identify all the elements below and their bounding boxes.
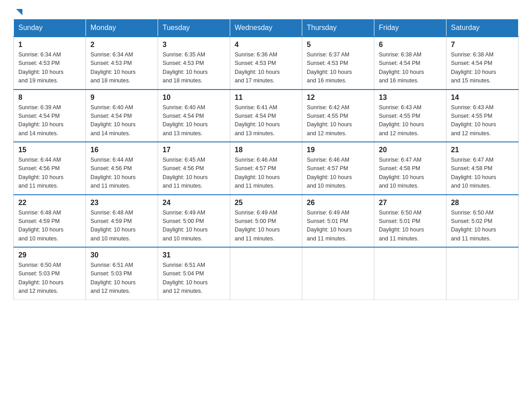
calendar-cell: 17 Sunrise: 6:45 AM Sunset: 4:56 PM Dayl… <box>158 142 230 195</box>
page-header <box>13 9 519 14</box>
day-number: 5 <box>307 41 369 49</box>
day-number: 17 <box>163 146 225 154</box>
day-info: Sunrise: 6:50 AM Sunset: 5:02 PM Dayligh… <box>451 209 514 244</box>
day-info: Sunrise: 6:40 AM Sunset: 4:54 PM Dayligh… <box>163 103 225 138</box>
calendar-cell: 25 Sunrise: 6:49 AM Sunset: 5:00 PM Dayl… <box>230 195 302 248</box>
calendar-cell: 6 Sunrise: 6:38 AM Sunset: 4:54 PM Dayli… <box>374 37 446 90</box>
day-info: Sunrise: 6:42 AM Sunset: 4:55 PM Dayligh… <box>307 103 369 138</box>
day-info: Sunrise: 6:43 AM Sunset: 4:55 PM Dayligh… <box>451 103 514 138</box>
calendar-cell: 5 Sunrise: 6:37 AM Sunset: 4:53 PM Dayli… <box>302 37 374 90</box>
day-number: 12 <box>307 94 369 102</box>
day-info: Sunrise: 6:34 AM Sunset: 4:53 PM Dayligh… <box>90 51 153 86</box>
calendar-cell: 13 Sunrise: 6:43 AM Sunset: 4:55 PM Dayl… <box>374 90 446 142</box>
calendar-cell: 3 Sunrise: 6:35 AM Sunset: 4:53 PM Dayli… <box>158 37 230 90</box>
calendar-cell: 2 Sunrise: 6:34 AM Sunset: 4:53 PM Dayli… <box>86 37 158 90</box>
day-number: 14 <box>451 94 514 102</box>
day-number: 20 <box>379 146 442 154</box>
header-tuesday: Tuesday <box>158 19 230 37</box>
calendar-cell: 23 Sunrise: 6:48 AM Sunset: 4:59 PM Dayl… <box>86 195 158 248</box>
day-info: Sunrise: 6:51 AM Sunset: 5:03 PM Dayligh… <box>90 261 153 296</box>
day-number: 22 <box>18 199 81 207</box>
header-friday: Friday <box>374 19 446 37</box>
day-info: Sunrise: 6:49 AM Sunset: 5:00 PM Dayligh… <box>163 209 225 244</box>
calendar-cell: 10 Sunrise: 6:40 AM Sunset: 4:54 PM Dayl… <box>158 90 230 142</box>
calendar-cell: 31 Sunrise: 6:51 AM Sunset: 5:04 PM Dayl… <box>158 247 230 300</box>
calendar-week-4: 22 Sunrise: 6:48 AM Sunset: 4:59 PM Dayl… <box>14 195 519 248</box>
day-info: Sunrise: 6:50 AM Sunset: 5:03 PM Dayligh… <box>18 261 81 296</box>
calendar-cell: 8 Sunrise: 6:39 AM Sunset: 4:54 PM Dayli… <box>14 90 86 142</box>
day-info: Sunrise: 6:44 AM Sunset: 4:56 PM Dayligh… <box>18 156 81 191</box>
calendar-cell: 20 Sunrise: 6:47 AM Sunset: 4:58 PM Dayl… <box>374 142 446 195</box>
day-number: 23 <box>90 199 153 207</box>
calendar-cell: 22 Sunrise: 6:48 AM Sunset: 4:59 PM Dayl… <box>14 195 86 248</box>
day-number: 16 <box>90 146 153 154</box>
calendar-cell: 14 Sunrise: 6:43 AM Sunset: 4:55 PM Dayl… <box>446 90 519 142</box>
day-number: 7 <box>451 41 514 49</box>
calendar-cell: 19 Sunrise: 6:46 AM Sunset: 4:57 PM Dayl… <box>302 142 374 195</box>
day-number: 4 <box>235 41 297 49</box>
day-info: Sunrise: 6:38 AM Sunset: 4:54 PM Dayligh… <box>379 51 442 86</box>
calendar-cell: 12 Sunrise: 6:42 AM Sunset: 4:55 PM Dayl… <box>302 90 374 142</box>
day-number: 11 <box>235 94 297 102</box>
calendar-cell: 16 Sunrise: 6:44 AM Sunset: 4:56 PM Dayl… <box>86 142 158 195</box>
calendar-cell: 4 Sunrise: 6:36 AM Sunset: 4:53 PM Dayli… <box>230 37 302 90</box>
header-monday: Monday <box>86 19 158 37</box>
calendar-cell: 30 Sunrise: 6:51 AM Sunset: 5:03 PM Dayl… <box>86 247 158 300</box>
day-info: Sunrise: 6:40 AM Sunset: 4:54 PM Dayligh… <box>90 103 153 138</box>
day-number: 6 <box>379 41 442 49</box>
day-info: Sunrise: 6:46 AM Sunset: 4:57 PM Dayligh… <box>307 156 369 191</box>
calendar-cell: 7 Sunrise: 6:38 AM Sunset: 4:54 PM Dayli… <box>446 37 519 90</box>
day-number: 10 <box>163 94 225 102</box>
calendar-cell <box>374 247 446 300</box>
day-info: Sunrise: 6:41 AM Sunset: 4:54 PM Dayligh… <box>235 103 297 138</box>
day-number: 18 <box>235 146 297 154</box>
logo <box>13 9 24 14</box>
day-info: Sunrise: 6:47 AM Sunset: 4:58 PM Dayligh… <box>451 156 514 191</box>
day-info: Sunrise: 6:43 AM Sunset: 4:55 PM Dayligh… <box>379 103 442 138</box>
day-info: Sunrise: 6:47 AM Sunset: 4:58 PM Dayligh… <box>379 156 442 191</box>
day-number: 15 <box>18 146 81 154</box>
calendar-week-1: 1 Sunrise: 6:34 AM Sunset: 4:53 PM Dayli… <box>14 37 519 90</box>
day-info: Sunrise: 6:48 AM Sunset: 4:59 PM Dayligh… <box>90 209 153 244</box>
calendar-cell: 18 Sunrise: 6:46 AM Sunset: 4:57 PM Dayl… <box>230 142 302 195</box>
day-number: 24 <box>163 199 225 207</box>
header-thursday: Thursday <box>302 19 374 37</box>
day-number: 1 <box>18 41 81 49</box>
calendar-cell: 24 Sunrise: 6:49 AM Sunset: 5:00 PM Dayl… <box>158 195 230 248</box>
day-info: Sunrise: 6:46 AM Sunset: 4:57 PM Dayligh… <box>235 156 297 191</box>
day-number: 19 <box>307 146 369 154</box>
day-info: Sunrise: 6:50 AM Sunset: 5:01 PM Dayligh… <box>379 209 442 244</box>
day-number: 3 <box>163 41 225 49</box>
calendar-cell: 11 Sunrise: 6:41 AM Sunset: 4:54 PM Dayl… <box>230 90 302 142</box>
calendar-cell: 26 Sunrise: 6:49 AM Sunset: 5:01 PM Dayl… <box>302 195 374 248</box>
calendar-week-2: 8 Sunrise: 6:39 AM Sunset: 4:54 PM Dayli… <box>14 90 519 142</box>
logo-arrow-icon <box>14 7 24 17</box>
day-number: 29 <box>18 251 81 259</box>
calendar-cell: 1 Sunrise: 6:34 AM Sunset: 4:53 PM Dayli… <box>14 37 86 90</box>
calendar-cell: 21 Sunrise: 6:47 AM Sunset: 4:58 PM Dayl… <box>446 142 519 195</box>
calendar-cell <box>302 247 374 300</box>
day-info: Sunrise: 6:34 AM Sunset: 4:53 PM Dayligh… <box>18 51 81 86</box>
day-number: 21 <box>451 146 514 154</box>
day-number: 25 <box>235 199 297 207</box>
calendar-cell: 29 Sunrise: 6:50 AM Sunset: 5:03 PM Dayl… <box>14 247 86 300</box>
day-info: Sunrise: 6:49 AM Sunset: 5:01 PM Dayligh… <box>307 209 369 244</box>
day-number: 28 <box>451 199 514 207</box>
calendar-week-5: 29 Sunrise: 6:50 AM Sunset: 5:03 PM Dayl… <box>14 247 519 300</box>
calendar-cell: 15 Sunrise: 6:44 AM Sunset: 4:56 PM Dayl… <box>14 142 86 195</box>
header-wednesday: Wednesday <box>230 19 302 37</box>
day-info: Sunrise: 6:36 AM Sunset: 4:53 PM Dayligh… <box>235 51 297 86</box>
calendar-cell: 27 Sunrise: 6:50 AM Sunset: 5:01 PM Dayl… <box>374 195 446 248</box>
calendar-cell <box>446 247 519 300</box>
header-sunday: Sunday <box>14 19 86 37</box>
day-number: 31 <box>163 251 225 259</box>
day-number: 8 <box>18 94 81 102</box>
day-number: 30 <box>90 251 153 259</box>
day-number: 27 <box>379 199 442 207</box>
header-saturday: Saturday <box>446 19 519 37</box>
day-info: Sunrise: 6:37 AM Sunset: 4:53 PM Dayligh… <box>307 51 369 86</box>
day-info: Sunrise: 6:35 AM Sunset: 4:53 PM Dayligh… <box>163 51 225 86</box>
day-info: Sunrise: 6:44 AM Sunset: 4:56 PM Dayligh… <box>90 156 153 191</box>
calendar-cell: 28 Sunrise: 6:50 AM Sunset: 5:02 PM Dayl… <box>446 195 519 248</box>
day-info: Sunrise: 6:49 AM Sunset: 5:00 PM Dayligh… <box>235 209 297 244</box>
